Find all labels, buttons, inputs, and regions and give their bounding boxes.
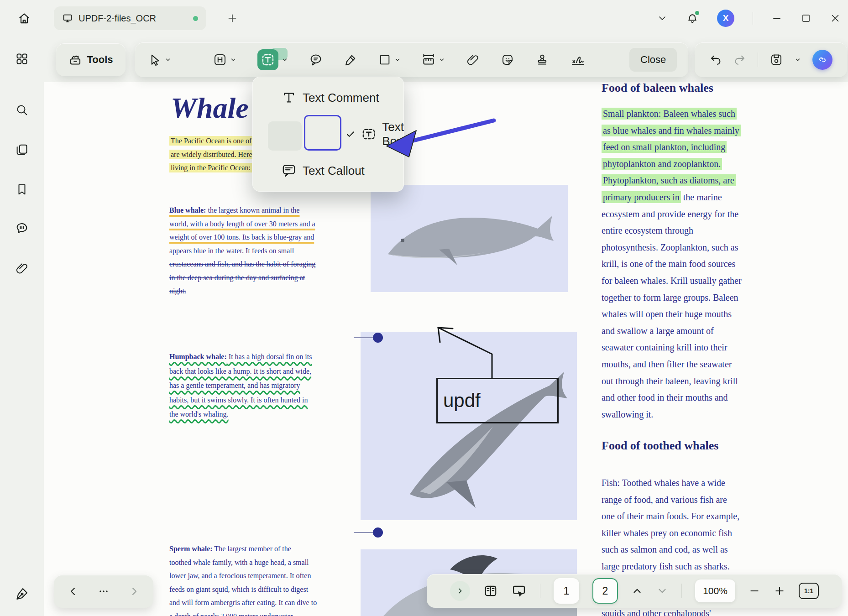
- annotation-handle-dot[interactable]: [373, 527, 383, 538]
- chevron-down-icon[interactable]: [439, 57, 445, 63]
- chevron-down-icon[interactable]: [230, 57, 236, 63]
- new-tab-button[interactable]: [226, 12, 238, 24]
- actual-size-label: 1:1: [804, 587, 813, 595]
- pages-icon: [15, 143, 29, 157]
- doc-text-line: has a gentle temperament, and has migrat…: [169, 378, 312, 393]
- annotation-handle-dot[interactable]: [373, 333, 383, 343]
- sidebar-item-attachments[interactable]: [10, 256, 34, 281]
- text-comment-icon: [281, 89, 297, 106]
- menu-item-text-comment[interactable]: Text Comment: [252, 81, 404, 114]
- menu-item-text-callout[interactable]: Text Callout: [252, 154, 404, 187]
- doc-text-line: appears blue in the water. It feeds on s…: [169, 244, 315, 258]
- sidebar-item-pen[interactable]: [10, 581, 34, 606]
- back-button[interactable]: [68, 586, 79, 597]
- annotation-toolbar: Close: [135, 42, 688, 77]
- zoom-out-button[interactable]: [749, 585, 760, 597]
- minimize-icon: [771, 13, 782, 24]
- blue-whale-image: [371, 185, 568, 292]
- doc-text-line: Blue whale: the largest known animal in …: [169, 204, 315, 217]
- presentation-mode-button[interactable]: [511, 583, 527, 599]
- expand-panel-button[interactable]: [450, 581, 470, 601]
- comment-bubble-icon: [309, 53, 323, 67]
- ai-assistant-button[interactable]: [812, 50, 832, 70]
- page-nav-pill: [54, 575, 153, 608]
- doc-text-line: in the deep sea during the day and surfa…: [169, 271, 315, 285]
- minimize-button[interactable]: [771, 13, 782, 24]
- measure-tool-button[interactable]: [422, 53, 445, 67]
- tools-button[interactable]: Tools: [56, 43, 126, 76]
- pencil-tool-button[interactable]: [344, 53, 357, 67]
- text-tool-dropdown-menu: Text Comment Text Box Text Callout: [252, 77, 404, 192]
- highlight-tool-button[interactable]: [213, 53, 236, 67]
- signature-icon: [570, 52, 586, 68]
- anchor-leader-line: [354, 337, 374, 338]
- doc-text-line: and other food in their mouths and: [602, 389, 742, 406]
- tabs-dropdown-button[interactable]: [657, 13, 668, 24]
- sticker-tool-button[interactable]: [501, 53, 514, 67]
- text-box-tool-active[interactable]: [257, 49, 278, 70]
- notifications-button[interactable]: [686, 12, 699, 25]
- stamp-icon: [535, 53, 549, 67]
- doc-text-line: primary producers in the marine: [602, 189, 742, 206]
- actual-size-button[interactable]: 1:1: [799, 583, 819, 599]
- menu-item-text-box[interactable]: Text Box: [252, 118, 404, 151]
- zoom-in-button[interactable]: [774, 585, 785, 597]
- view-controls-pill: 1 2 100% 1:1: [427, 574, 842, 608]
- doc-text-line: large predatory fish such as sharks.: [602, 558, 739, 575]
- more-options-button[interactable]: [98, 586, 109, 597]
- select-tool-button[interactable]: [148, 53, 171, 67]
- paperclip-icon: [15, 261, 29, 275]
- page-1-button[interactable]: 1: [554, 578, 579, 604]
- chevron-down-icon[interactable]: [394, 57, 401, 63]
- save-button[interactable]: [769, 53, 783, 67]
- doc-text-line: crustaceans and fish, and has the habit …: [169, 257, 315, 271]
- close-window-button[interactable]: [830, 13, 841, 24]
- baleen-paragraph: Small plankton: Baleen whales suchas blu…: [602, 105, 742, 423]
- callout-arrow[interactable]: [428, 318, 501, 381]
- menu-item-label: Text Box: [382, 120, 404, 148]
- save-options-button[interactable]: [795, 57, 801, 63]
- sidebar-item-bookmarks[interactable]: [10, 177, 34, 202]
- shapes-tool-button[interactable]: [378, 53, 401, 66]
- doc-text-line: night.: [169, 284, 315, 298]
- zoom-level-button[interactable]: 100%: [695, 579, 735, 602]
- attach-tool-button[interactable]: [466, 53, 480, 67]
- document-tab[interactable]: UPDF-2-files_OCR: [54, 6, 206, 30]
- stamp-tool-button[interactable]: [535, 53, 549, 67]
- doc-text-line: Fish: Toothed whales have a wide: [602, 475, 739, 491]
- comment-tool-button[interactable]: [309, 53, 323, 67]
- ruler-icon: [422, 53, 435, 67]
- previous-page-button[interactable]: [631, 585, 643, 597]
- doc-text-line: photosynthesis. Zooplankton, such as: [602, 239, 742, 256]
- doc-text-line: lower jaw, and a ferocious temperament. …: [169, 569, 317, 583]
- heading-toothed-whales: Food of toothed whales: [602, 439, 718, 453]
- signature-tool-button[interactable]: [570, 52, 586, 68]
- text-box-annotation[interactable]: updf: [436, 378, 559, 423]
- maximize-button[interactable]: [801, 13, 811, 24]
- sidebar-item-comments[interactable]: [10, 216, 34, 240]
- sticker-icon: [501, 53, 514, 67]
- sidebar-item-search[interactable]: [10, 98, 34, 122]
- account-avatar[interactable]: X: [717, 10, 734, 27]
- redo-button[interactable]: [733, 53, 746, 66]
- doc-text-line: feeds on giant squid, which is difficult…: [169, 583, 317, 596]
- home-button[interactable]: [12, 6, 37, 31]
- chevron-down-icon[interactable]: [165, 57, 171, 63]
- two-page-view-button[interactable]: [483, 584, 498, 598]
- close-toolbar-button[interactable]: Close: [629, 48, 677, 72]
- chevron-down-icon[interactable]: [282, 57, 288, 63]
- text-tool-button[interactable]: [257, 49, 288, 70]
- sidebar-item-thumbnails[interactable]: [10, 137, 34, 162]
- forward-button[interactable]: [129, 586, 140, 597]
- doc-text-line: phytoplankton and zooplankton.: [602, 156, 742, 172]
- page-2-button-current[interactable]: 2: [592, 578, 618, 604]
- sidebar-item-apps[interactable]: [10, 47, 34, 71]
- undo-button[interactable]: [709, 53, 722, 66]
- titlebar-divider: [753, 12, 753, 25]
- home-icon: [17, 11, 31, 25]
- redo-icon: [733, 53, 746, 66]
- next-page-button[interactable]: [656, 585, 668, 597]
- history-save-toolbar: [695, 42, 847, 77]
- menu-item-selection-border: [304, 115, 342, 151]
- doc-text-line: living in the Pacific Ocean:: [169, 161, 257, 175]
